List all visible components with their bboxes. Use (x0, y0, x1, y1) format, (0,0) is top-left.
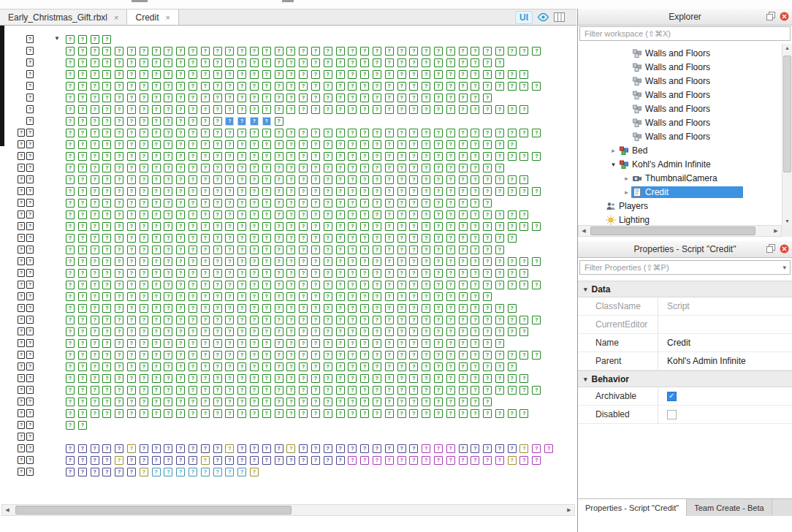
checkbox-archivable[interactable] (667, 392, 677, 401)
code-line[interactable]: ?????????????????????????????????????? (54, 104, 575, 115)
float-panel-icon[interactable] (766, 12, 776, 23)
scroll-right-arrow-icon[interactable]: ▶ (564, 507, 574, 513)
code-line[interactable]: ???????????????????????????????????? (54, 338, 575, 349)
tree-item-bed[interactable]: ▸Bed (578, 143, 782, 157)
code-line[interactable]: ?? (54, 419, 575, 431)
fold-arrow-icon[interactable]: ▼ (54, 35, 60, 42)
explorer-filter-input[interactable] (579, 26, 791, 41)
code-line[interactable]: ???????????????????????????????????? (54, 57, 575, 69)
scroll-left-arrow-icon[interactable]: ◀ (579, 228, 589, 234)
code-line[interactable]: ??????????????????????????????????? (54, 291, 575, 303)
code-line[interactable]: ?????????????????????????????????????? (54, 69, 575, 80)
code-line[interactable]: ???????????????????????????????????????? (54, 443, 575, 455)
code-line[interactable]: ?????????????????????????????????????? (54, 209, 575, 221)
code-line[interactable]: ??????????????????????????????????????? (54, 127, 575, 139)
code-line[interactable]: ?????????????????????????????????????? (54, 408, 575, 419)
code-line[interactable]: ??????????????????????????????????? (54, 92, 575, 104)
code-line[interactable]: ??????????????????????????????????????? (54, 279, 575, 291)
panel-columns-icon[interactable] (554, 12, 565, 22)
code-line[interactable]: ???????????????????????????????????? (54, 162, 575, 174)
ui-toggle-button[interactable]: UI (515, 11, 533, 24)
code-line[interactable]: ??????????????????????????????????????? (54, 80, 575, 92)
code-line[interactable]: ???????????????? (54, 466, 575, 478)
code-line[interactable]: ????????????????????????????????????? (54, 139, 575, 151)
code-line[interactable]: ?????????????????????????????????????? (54, 267, 575, 279)
code-line[interactable]: ?????????????????????????????????????? (54, 174, 575, 186)
code-line[interactable]: ?????????????????????????????????????? (54, 326, 575, 338)
code-line[interactable]: ??????????????????????????????????????? (54, 349, 575, 361)
property-value[interactable]: Credit (658, 334, 792, 352)
scroll-up-arrow-icon[interactable]: ▲ (783, 45, 792, 50)
float-panel-icon[interactable] (766, 244, 776, 256)
expand-arrow-icon[interactable]: ▸ (622, 189, 631, 196)
tree-item-thumbnailcamera[interactable]: ▸ThumbnailCamera (578, 171, 782, 185)
code-line[interactable]: ??????????????????????????????????????? (54, 384, 575, 396)
code-line[interactable] (54, 431, 575, 443)
scroll-thumb[interactable] (15, 506, 292, 514)
code-line[interactable]: ??????????????????????????????????? (54, 396, 575, 408)
explorer-header[interactable]: Explorer (578, 9, 792, 26)
tree-vertical-scrollbar[interactable]: ▲ ▼ (782, 44, 792, 225)
editor-tab-early-christmas-gift-rbxl[interactable]: Early_Christmas_Gift.rbxl× (0, 10, 127, 25)
editor-horizontal-scrollbar[interactable]: ◀ ▶ (1, 504, 575, 516)
filter-dropdown-chevron-icon[interactable]: ▾ (783, 264, 786, 271)
code-line[interactable]: ??????????????????????????????????????? (54, 186, 575, 197)
code-line[interactable]: ?????????????????????????????????????? (54, 373, 575, 384)
tree-item-players[interactable]: Players (578, 199, 782, 213)
code-lines[interactable]: ▼???????????????????????????????????????… (54, 34, 575, 478)
scroll-down-arrow-icon[interactable]: ▼ (783, 218, 792, 224)
tree-item-walls-and-floors[interactable]: Walls and Floors (578, 129, 782, 143)
editor-tab-credit[interactable]: Credit× (127, 10, 178, 25)
code-line[interactable]: ▼???? (54, 34, 575, 45)
section-collapse-arrow-icon[interactable]: ▾ (584, 286, 587, 293)
glyph-box: ? (127, 269, 136, 278)
tree-item-walls-and-floors[interactable]: Walls and Floors (578, 115, 782, 129)
tab-close-icon[interactable]: × (165, 13, 170, 22)
scroll-right-arrow-icon[interactable]: ▶ (771, 228, 781, 234)
scroll-left-arrow-icon[interactable]: ◀ (2, 507, 12, 513)
bottom-tab-properties-script-credit[interactable]: Properties - Script "Credit" (578, 499, 687, 516)
code-line[interactable]: ????????????????????????????????????? (54, 361, 575, 373)
property-value[interactable]: Kohl's Admin Infinite (658, 352, 792, 370)
tree-item-walls-and-floors[interactable]: Walls and Floors (578, 74, 782, 88)
code-line[interactable]: ??????????????????????????????????? (54, 197, 575, 209)
section-header-behavior[interactable]: ▾Behavior (578, 370, 792, 387)
code-line[interactable]: ?????????????????? (54, 115, 575, 127)
code-line[interactable]: ??????????????????????????????????????? (54, 45, 575, 57)
tree-item-walls-and-floors[interactable]: Walls and Floors (578, 60, 782, 74)
scroll-thumb[interactable] (783, 56, 791, 172)
properties-filter-input[interactable] (579, 260, 791, 275)
tree-item-credit[interactable]: ▸Credit (578, 185, 782, 199)
scroll-track[interactable] (589, 226, 771, 236)
tree-item-walls-and-floors[interactable]: Walls and Floors (578, 102, 782, 115)
code-line[interactable]: ??????????????????????????????????????? (54, 151, 575, 162)
tree-item-kohl-s-admin-infinite[interactable]: ▾Kohl's Admin Infinite (578, 157, 782, 171)
collapsed-dock-edge[interactable] (0, 26, 4, 146)
expand-arrow-icon[interactable]: ▸ (622, 175, 631, 182)
code-line[interactable]: ???????????????????????????????????? (54, 244, 575, 256)
collapse-arrow-icon[interactable]: ▾ (609, 161, 618, 168)
code-line[interactable]: ??????????????????????????????????????? (54, 221, 575, 232)
section-collapse-arrow-icon[interactable]: ▾ (584, 376, 587, 383)
tree-item-walls-and-floors[interactable]: Walls and Floors (578, 88, 782, 102)
code-line[interactable]: ????????????????????????????????????? (54, 303, 575, 314)
code-line[interactable]: ????????????????????????????????????? (54, 232, 575, 244)
scroll-track[interactable] (12, 505, 564, 515)
code-line[interactable]: ??????????????????????????????????????? (54, 455, 575, 466)
section-header-data[interactable]: ▾Data (578, 281, 792, 297)
code-line[interactable]: ??????????????????????????????????????? (54, 256, 575, 267)
scroll-thumb[interactable] (590, 227, 755, 235)
close-panel-icon[interactable] (780, 12, 789, 23)
tree-item-lighting[interactable]: Lighting (578, 213, 782, 225)
expand-arrow-icon[interactable]: ▸ (609, 147, 618, 154)
close-panel-icon[interactable] (780, 244, 789, 256)
bottom-tab-team-create-beta[interactable]: Team Create - Beta (687, 499, 772, 516)
tab-close-icon[interactable]: × (114, 13, 118, 22)
properties-header[interactable]: Properties - Script "Credit" (578, 241, 792, 258)
code-line[interactable]: ??????????????????????????????????????? (54, 314, 575, 326)
tree-horizontal-scrollbar[interactable]: ◀ ▶ (578, 225, 782, 237)
checkbox-disabled[interactable] (667, 410, 677, 419)
tree-item-walls-and-floors[interactable]: Walls and Floors (578, 46, 782, 60)
eye-visibility-icon[interactable] (537, 12, 549, 22)
glyph-box: ? (262, 82, 271, 91)
